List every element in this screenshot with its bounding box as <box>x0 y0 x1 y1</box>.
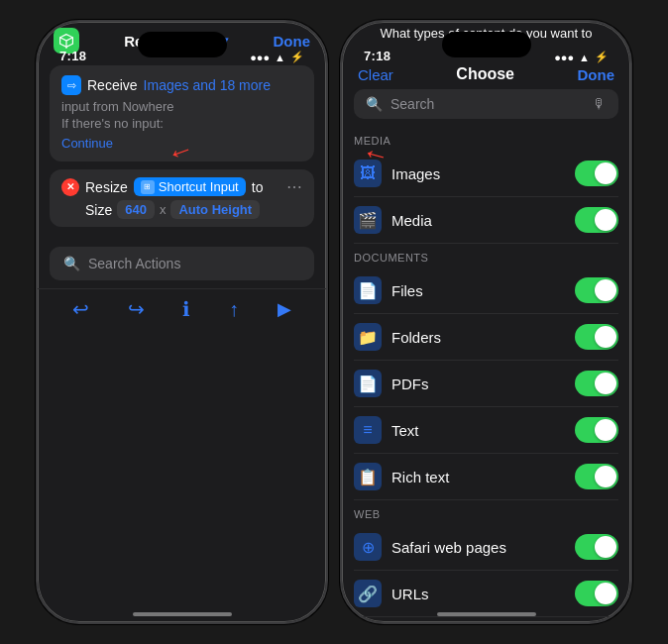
search-actions-label: Search Actions <box>88 256 180 271</box>
folders-toggle[interactable] <box>575 324 618 350</box>
phone-1: 7:18 ●●● ▲ ⚡ Resize Image ▾ Done <box>36 20 328 624</box>
time-1: 7:18 <box>59 49 86 63</box>
bottom-toolbar: ↩ ↪ ℹ ↑ ▶ <box>38 288 326 335</box>
list-item-articles[interactable]: 📰 Articles <box>354 617 618 624</box>
images-label: Images <box>391 165 575 182</box>
nowhere-badge: Nowhere <box>122 99 173 114</box>
home-indicator-1 <box>133 612 232 616</box>
media-section-header: MEDIA <box>354 127 618 151</box>
continue-button[interactable]: Continue <box>61 136 113 151</box>
battery-icon-2: ⚡ <box>595 51 609 63</box>
wifi-icon: ▲ <box>275 52 285 63</box>
input-types-link[interactable]: Images and 18 more <box>144 77 271 93</box>
receive-header: ⇨ Receive Images and 18 more <box>61 75 302 95</box>
folders-icon: 📁 <box>354 323 382 351</box>
richtext-icon: 📋 <box>354 463 382 490</box>
search-bar[interactable]: 🔍 Search 🎙 <box>354 89 618 119</box>
mic-icon[interactable]: 🎙 <box>593 96 607 112</box>
phones-container: 7:18 ●●● ▲ ⚡ Resize Image ▾ Done <box>26 10 642 634</box>
list-item-rich-text[interactable]: 📋 Rich text <box>354 454 618 500</box>
receive-label: Receive <box>87 77 138 93</box>
text-toggle[interactable] <box>575 417 618 443</box>
list-item-urls[interactable]: 🔗 URLs <box>354 571 618 617</box>
files-label: Files <box>391 282 575 299</box>
web-section-header: WEB <box>354 500 618 524</box>
list-item-text[interactable]: ≡ Text <box>354 407 618 454</box>
urls-toggle[interactable] <box>575 581 618 606</box>
status-icons-2: ●●● ▲ ⚡ <box>554 51 609 63</box>
auto-height-label[interactable]: Auto Height <box>170 200 260 219</box>
search-icon: 🔍 <box>63 256 80 271</box>
if-no-input-label: If there's no input: <box>61 116 302 131</box>
list-item-images[interactable]: 🖼 Images <box>354 151 618 197</box>
size-value[interactable]: 640 <box>117 200 155 219</box>
search-actions-bar[interactable]: 🔍 Search Actions <box>50 247 314 280</box>
list-item-pdfs[interactable]: 📄 PDFs <box>354 361 618 407</box>
urls-icon: 🔗 <box>354 580 382 607</box>
safari-toggle[interactable] <box>575 534 618 560</box>
to-label: to <box>252 179 264 195</box>
list-item-media[interactable]: 🎬 Media <box>354 197 618 244</box>
time-2: 7:18 <box>364 49 390 63</box>
media-icon: 🎬 <box>354 206 382 234</box>
urls-label: URLs <box>391 586 575 602</box>
resize-x-icon: ✕ <box>61 178 79 196</box>
resize-label: Resize <box>85 179 128 195</box>
status-icons-1: ●●● ▲ ⚡ <box>250 51 304 63</box>
receive-icon: ⇨ <box>61 75 81 95</box>
richtext-toggle[interactable] <box>575 464 618 489</box>
size-label: Size <box>85 202 112 218</box>
pdfs-icon: 📄 <box>354 370 382 397</box>
content-list: MEDIA 🖼 Images 🎬 Media DOCUMENTS 📄 Files <box>342 127 630 624</box>
media-label: Media <box>391 212 575 229</box>
folders-label: Folders <box>391 329 575 346</box>
info-button[interactable]: ℹ <box>182 297 190 321</box>
search-input[interactable]: Search <box>390 96 585 112</box>
list-item-files[interactable]: 📄 Files <box>354 268 618 314</box>
screen-2: What types of content do you want to rec… <box>342 22 630 624</box>
media-toggle[interactable] <box>575 207 618 233</box>
shortcut-input-pill[interactable]: ⊞ Shortcut Input <box>134 177 246 196</box>
search-icon-2: 🔍 <box>366 96 383 112</box>
undo-button[interactable]: ↩ <box>72 297 89 321</box>
resize-row-1: ✕ Resize ⊞ Shortcut Input to ⋯ <box>61 177 302 196</box>
play-button[interactable]: ▶ <box>278 298 291 320</box>
list-item-folders[interactable]: 📁 Folders <box>354 314 618 361</box>
text-icon: ≡ <box>354 416 382 444</box>
resize-row-2: Size 640 x Auto Height <box>61 200 302 219</box>
redo-button[interactable]: ↪ <box>128 297 145 321</box>
home-indicator-2 <box>437 612 536 616</box>
dynamic-island-1 <box>138 32 227 57</box>
share-button[interactable]: ↑ <box>229 298 239 321</box>
files-icon: 📄 <box>354 276 382 304</box>
resize-options-icon[interactable]: ⋯ <box>286 177 302 196</box>
dynamic-island-2 <box>442 32 531 57</box>
richtext-label: Rich text <box>391 469 575 485</box>
list-item-safari[interactable]: ⊕ Safari web pages <box>354 524 618 571</box>
documents-section-header: DOCUMENTS <box>354 244 618 268</box>
battery-icon: ⚡ <box>290 51 304 63</box>
input-from-label: input from Nowhere <box>61 99 302 114</box>
size-x-label: x <box>160 202 167 217</box>
phone-2: 7:18 ●●● ▲ ⚡ What types of content do yo… <box>340 20 632 624</box>
pdfs-toggle[interactable] <box>575 371 618 396</box>
wifi-icon-2: ▲ <box>579 52 590 63</box>
images-toggle[interactable] <box>575 161 618 186</box>
resize-block: ✕ Resize ⊞ Shortcut Input to ⋯ Size 640 … <box>50 169 314 227</box>
text-label: Text <box>391 422 575 439</box>
signal-icon: ●●● <box>250 52 270 63</box>
signal-icon-2: ●●● <box>554 52 574 63</box>
files-toggle[interactable] <box>575 277 618 303</box>
pill-icon: ⊞ <box>141 180 155 194</box>
safari-icon: ⊕ <box>354 533 382 561</box>
safari-label: Safari web pages <box>391 539 575 556</box>
pill-label: Shortcut Input <box>159 179 239 194</box>
pdfs-label: PDFs <box>391 376 575 392</box>
